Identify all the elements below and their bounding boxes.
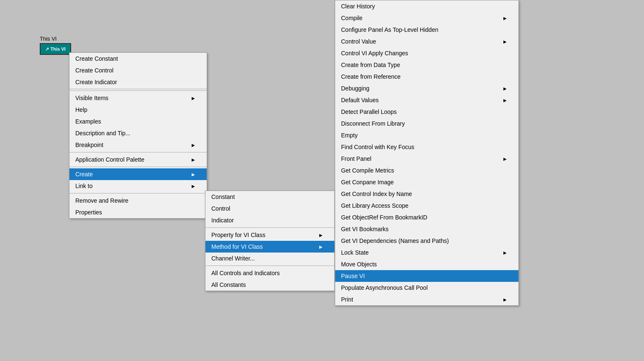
menu-item-property-vi-class[interactable]: Property for VI Class ▶ [205, 229, 334, 241]
context-menu-1: Create Constant Create Control Create In… [69, 52, 207, 219]
node-icon[interactable]: ↗ This VI [40, 43, 71, 55]
menu-item-populate-async[interactable]: Populate Asynchronous Call Pool [335, 282, 518, 294]
menu-item-debugging[interactable]: Debugging ▶ [335, 83, 518, 94]
menu-item-all-constants[interactable]: All Constants [205, 279, 334, 291]
menu-item-examples[interactable]: Examples [69, 116, 207, 127]
menu-item-pause-vi[interactable]: Pause VI [335, 270, 518, 282]
menu-item-disconnect-library[interactable]: Disconnect From Library [335, 118, 518, 129]
arrow-icon: ▶ [503, 86, 507, 91]
context-menu-3: Clear History Compile ▶ Configure Panel … [335, 0, 519, 306]
menu-item-method-vi-class[interactable]: Method for VI Class ▶ [205, 241, 334, 253]
menu-item-channel-writer[interactable]: Channel Writer... [205, 253, 334, 264]
arrow-icon: ▶ [192, 172, 195, 177]
menu-item-get-library-access[interactable]: Get Library Access Scope [335, 200, 518, 211]
arrow-icon: ▶ [192, 96, 195, 101]
arrow-icon: ▶ [192, 157, 195, 162]
menu-item-create-from-ref[interactable]: Create from Reference [335, 71, 518, 83]
menu-item-create-control[interactable]: Create Control [69, 64, 207, 76]
menu-item-description-tip[interactable]: Description and Tip... [69, 127, 207, 139]
arrow-icon: ▶ [503, 16, 507, 21]
context-menu-2: Constant Control Indicator Property for … [205, 191, 335, 291]
menu-item-create-constant[interactable]: Create Constant [69, 53, 207, 64]
menu-item-get-vi-dependencies[interactable]: Get VI Dependencies (Names and Paths) [335, 235, 518, 247]
arrow-icon: ▶ [503, 98, 507, 103]
menu-item-create-indicator[interactable]: Create Indicator [69, 76, 207, 89]
arrow-icon: ▶ [192, 184, 195, 188]
menu-item-create[interactable]: Create ▶ [69, 168, 207, 180]
menu-item-move-objects[interactable]: Move Objects [335, 258, 518, 270]
arrow-icon: ▶ [319, 245, 323, 249]
arrow-icon: ▶ [503, 297, 507, 302]
menu-item-get-conpane-image[interactable]: Get Conpane Image [335, 176, 518, 188]
menu-item-app-control-palette[interactable]: Application Control Palette ▶ [69, 154, 207, 165]
menu-item-visible-items[interactable]: Visible Items ▶ [69, 92, 207, 104]
menu-item-remove-rewire[interactable]: Remove and Rewire [69, 195, 207, 206]
menu-item-get-control-index[interactable]: Get Control Index by Name [335, 188, 518, 200]
menu-item-constant[interactable]: Constant [205, 191, 334, 203]
menu-item-all-controls-indicators[interactable]: All Controls and Indicators [205, 267, 334, 279]
menu-item-indicator[interactable]: Indicator [205, 214, 334, 226]
menu-item-compile[interactable]: Compile ▶ [335, 12, 518, 24]
menu-item-breakpoint[interactable]: Breakpoint ▶ [69, 139, 207, 151]
menu-item-get-objectref[interactable]: Get ObjectRef From BookmarkID [335, 211, 518, 223]
menu-item-link-to[interactable]: Link to ▶ [69, 180, 207, 192]
arrow-icon: ▶ [192, 143, 195, 147]
menu-item-create-from-data[interactable]: Create from Data Type [335, 59, 518, 71]
menu-item-control[interactable]: Control [205, 203, 334, 214]
separator-4 [69, 193, 207, 193]
menu-item-clear-history[interactable]: Clear History [335, 0, 518, 12]
separator-3 [69, 167, 207, 167]
separator-5 [205, 227, 334, 228]
menu-item-detect-parallel[interactable]: Detect Parallel Loops [335, 106, 518, 118]
menu-item-empty[interactable]: Empty [335, 129, 518, 141]
menu-item-front-panel[interactable]: Front Panel ▶ [335, 153, 518, 165]
arrow-icon: ▶ [503, 250, 507, 255]
menu-item-get-vi-bookmarks[interactable]: Get VI Bookmarks [335, 223, 518, 235]
separator-2 [69, 152, 207, 152]
menu-item-default-values[interactable]: Default Values ▶ [335, 94, 518, 106]
node-label: This VI [40, 36, 56, 42]
arrow-icon: ▶ [503, 157, 507, 161]
menu-item-control-vi-apply[interactable]: Control VI Apply Changes [335, 47, 518, 59]
menu-item-configure-panel[interactable]: Configure Panel As Top-Level Hidden [335, 24, 518, 36]
arrow-icon: ▶ [319, 233, 323, 237]
menu-item-print[interactable]: Print ▶ [335, 294, 518, 305]
arrow-icon: ▶ [503, 39, 507, 44]
separator-6 [205, 266, 334, 266]
menu-item-get-compile-metrics[interactable]: Get Compile Metrics [335, 165, 518, 176]
separator-1 [69, 90, 207, 91]
menu-item-properties[interactable]: Properties [69, 206, 207, 218]
menu-item-lock-state[interactable]: Lock State ▶ [335, 247, 518, 258]
menu-item-control-value[interactable]: Control Value ▶ [335, 36, 518, 47]
menu-item-help[interactable]: Help [69, 104, 207, 116]
menu-item-find-control-key[interactable]: Find Control with Key Focus [335, 141, 518, 153]
